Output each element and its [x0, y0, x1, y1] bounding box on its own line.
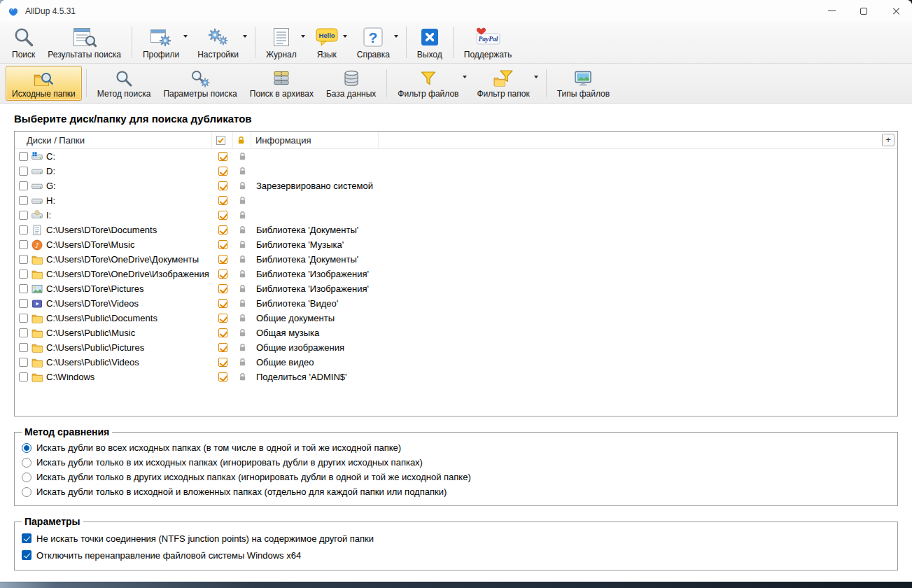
toolbar-button-language[interactable]: Hello Язык — [309, 23, 351, 62]
table-row[interactable]: C:\Users\Public\Pictures Общие изображен… — [15, 340, 897, 355]
checkbox[interactable] — [22, 550, 31, 560]
comparison-method-option[interactable]: Искать дубли только в их исходных папках… — [22, 455, 890, 470]
column-header-subfolders[interactable] — [212, 132, 233, 148]
row-checkbox[interactable] — [19, 358, 28, 367]
table-row[interactable]: C:\Users\DTore\Pictures Библиотека 'Изоб… — [15, 281, 897, 296]
table-row[interactable]: C:\Users\Public\Documents Общие документ… — [15, 311, 897, 326]
toolbar-button-search-archives[interactable]: Поиск в архивах — [244, 66, 320, 101]
row-include-subfolders-checkbox[interactable] — [218, 181, 227, 190]
comparison-method-option[interactable]: Искать дубли только в исходной и вложенн… — [22, 484, 890, 499]
toolbar-button-search-method[interactable]: Метод поиска — [91, 66, 157, 101]
table-row[interactable]: C:\Windows Поделиться 'ADMIN$' — [15, 370, 897, 384]
column-header-info[interactable]: Информация — [251, 132, 379, 148]
toolbar-button-search-results[interactable]: Результаты поиска — [41, 23, 127, 62]
row-checkbox[interactable] — [19, 372, 28, 382]
row-lock-icon[interactable] — [239, 299, 246, 308]
dropdown-arrow-icon[interactable] — [534, 76, 538, 78]
row-lock-icon[interactable] — [239, 284, 246, 293]
row-lock-icon[interactable] — [239, 314, 246, 323]
radio-button[interactable] — [22, 458, 31, 468]
toolbar-button-search-options[interactable]: Параметры поиска — [157, 66, 243, 101]
table-row[interactable]: C:\Users\DTore\OneDrive\Изображения Библ… — [15, 267, 897, 281]
row-include-subfolders-checkbox[interactable] — [218, 270, 227, 279]
table-row[interactable]: C:\Users\Public\Videos Общие видео — [15, 355, 897, 370]
row-include-subfolders-checkbox[interactable] — [218, 196, 227, 205]
dropdown-arrow-icon[interactable] — [301, 35, 305, 38]
radio-button[interactable] — [22, 472, 31, 482]
row-include-subfolders-checkbox[interactable] — [218, 314, 227, 323]
row-include-subfolders-checkbox[interactable] — [218, 240, 227, 249]
row-lock-icon[interactable] — [239, 343, 246, 352]
row-lock-icon[interactable] — [239, 181, 246, 190]
dropdown-arrow-icon[interactable] — [463, 76, 467, 78]
dropdown-arrow-icon[interactable] — [394, 35, 398, 38]
row-include-subfolders-checkbox[interactable] — [218, 255, 227, 264]
toolbar-button-settings[interactable]: Настройки — [191, 23, 251, 62]
row-checkbox[interactable] — [19, 270, 28, 279]
table-row[interactable]: H: — [15, 193, 897, 208]
maximize-button[interactable] — [848, 0, 880, 22]
toolbar-button-journal[interactable]: Журнал — [260, 23, 309, 62]
row-lock-icon[interactable] — [239, 255, 246, 264]
row-checkbox[interactable] — [19, 328, 28, 337]
row-checkbox[interactable] — [19, 167, 28, 176]
table-row[interactable]: C: — [15, 149, 897, 164]
row-lock-icon[interactable] — [239, 328, 246, 337]
minimize-button[interactable] — [815, 0, 848, 22]
radio-button[interactable] — [22, 443, 31, 453]
row-lock-icon[interactable] — [239, 196, 246, 205]
row-checkbox[interactable] — [19, 196, 28, 205]
row-include-subfolders-checkbox[interactable] — [218, 225, 227, 234]
row-include-subfolders-checkbox[interactable] — [218, 211, 227, 220]
row-include-subfolders-checkbox[interactable] — [218, 284, 227, 293]
table-row[interactable]: C:\Users\DTore\Music Библиотека 'Музыка' — [15, 237, 897, 252]
row-checkbox[interactable] — [19, 225, 28, 234]
table-row[interactable]: G: Зарезервировано системой — [15, 178, 897, 193]
row-checkbox[interactable] — [19, 181, 28, 190]
row-include-subfolders-checkbox[interactable] — [218, 152, 227, 161]
comparison-method-option[interactable]: Искать дубли только в других исходных па… — [22, 470, 890, 484]
add-folder-button[interactable]: + — [882, 134, 895, 146]
row-include-subfolders-checkbox[interactable] — [218, 343, 227, 352]
row-include-subfolders-checkbox[interactable] — [218, 328, 227, 337]
toolbar-button-file-types[interactable]: Типы файлов — [551, 66, 616, 101]
table-row[interactable]: I: — [15, 208, 897, 223]
row-checkbox[interactable] — [19, 314, 28, 323]
toolbar-button-search[interactable]: Поиск — [6, 23, 41, 62]
dropdown-arrow-icon[interactable] — [183, 35, 188, 38]
table-row[interactable]: D: — [15, 164, 897, 178]
toolbar-button-database[interactable]: База данных — [320, 66, 382, 101]
row-include-subfolders-checkbox[interactable] — [218, 358, 227, 367]
row-lock-icon[interactable] — [239, 211, 246, 220]
row-include-subfolders-checkbox[interactable] — [218, 299, 227, 308]
row-checkbox[interactable] — [19, 240, 28, 249]
dropdown-arrow-icon[interactable] — [243, 35, 247, 38]
row-lock-icon[interactable] — [239, 167, 246, 176]
row-checkbox[interactable] — [19, 152, 28, 161]
table-row[interactable]: C:\Users\Public\Music Общая музыка — [15, 326, 897, 340]
toolbar-button-profiles[interactable]: Профили — [136, 23, 191, 62]
toolbar-button-exit[interactable]: Выход — [411, 23, 449, 62]
row-checkbox[interactable] — [19, 211, 28, 220]
row-include-subfolders-checkbox[interactable] — [218, 167, 227, 176]
comparison-method-option[interactable]: Искать дубли во всех исходных папках (в … — [22, 440, 890, 455]
row-checkbox[interactable] — [19, 284, 28, 293]
row-lock-icon[interactable] — [239, 240, 246, 249]
row-checkbox[interactable] — [19, 255, 28, 264]
table-row[interactable]: C:\Users\DTore\OneDrive\Документы Библио… — [15, 252, 897, 267]
parameter-option[interactable]: Отключить перенаправление файловой систе… — [22, 547, 890, 564]
row-lock-icon[interactable] — [239, 270, 246, 279]
column-header-protect[interactable] — [233, 132, 251, 148]
close-button[interactable] — [880, 0, 912, 22]
dropdown-arrow-icon[interactable] — [343, 35, 347, 38]
table-row[interactable]: C:\Users\DTore\Documents Библиотека 'Док… — [15, 223, 897, 237]
table-row[interactable]: C:\Users\DTore\Videos Библиотека 'Видео' — [15, 296, 897, 311]
row-lock-icon[interactable] — [239, 225, 246, 234]
row-include-subfolders-checkbox[interactable] — [218, 372, 227, 382]
toolbar-button-donate[interactable]: PayPal Поддержать — [458, 23, 519, 62]
parameter-option[interactable]: Не искать точки соединения (NTFS junctio… — [22, 530, 890, 547]
toolbar-button-folder-filter[interactable]: Фильтр папок — [470, 66, 541, 101]
title-bar[interactable]: AllDup 4.5.31 — [0, 0, 912, 22]
row-lock-icon[interactable] — [239, 358, 246, 367]
toolbar-button-file-filter[interactable]: Фильтр файлов — [391, 66, 470, 101]
